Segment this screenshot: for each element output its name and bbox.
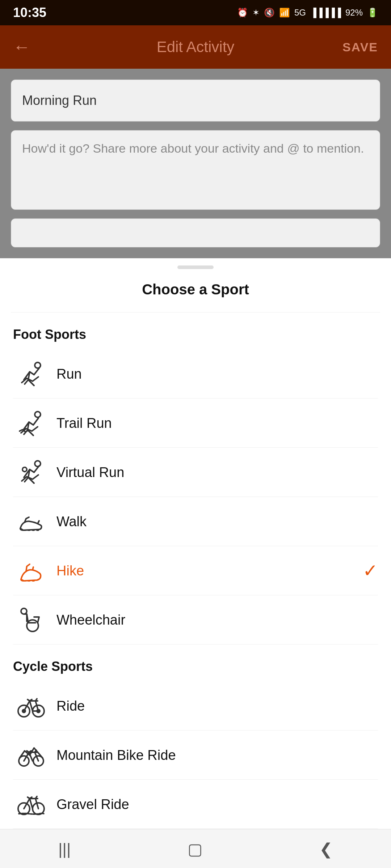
selected-checkmark: ✓ [363,560,378,581]
network-5g: 5G [294,8,306,18]
sport-item-virtual-run[interactable]: Virtual Run [0,448,391,497]
wifi-icon: 📶 [279,8,290,18]
run-icon [13,359,49,388]
status-bar: 10:35 ⏰ ✶ 🔇 📶 5G ▐▐▐▐▐ 92% 🔋 [0,0,391,25]
bluetooth-icon: ✶ [252,8,260,18]
battery-icon: 🔋 [367,8,378,18]
sport-picker-sheet: Choose a Sport Foot Sports Run [0,258,391,829]
walk-label: Walk [56,514,87,529]
gravel-ride-label: Gravel Ride [56,797,129,812]
ride-label: Ride [56,698,85,714]
battery-label: 92% [345,8,363,18]
sport-item-mountain-bike-ride[interactable]: Mountain Bike Ride [0,731,391,780]
nav-recents-button[interactable]: ||| [58,840,71,858]
svg-point-16 [37,710,40,712]
sheet-title: Choose a Sport [0,273,391,312]
svg-point-1 [35,412,41,417]
activity-name-field[interactable]: Morning Run [11,80,380,122]
virtual-run-label: Virtual Run [56,465,124,480]
back-button[interactable]: ← [13,38,30,56]
svg-point-0 [35,362,41,368]
trail-run-icon [13,409,49,438]
svg-point-13 [21,608,27,614]
hike-icon [13,556,49,585]
sport-item-ride[interactable]: Ride [0,681,391,731]
top-app-bar: ← Edit Activity SAVE [0,25,391,69]
page-title: Edit Activity [157,38,235,56]
nav-bar: ||| ▢ ❮ [0,829,391,868]
trail-run-label: Trail Run [56,416,112,431]
form-background: Morning Run How'd it go? Share more abou… [0,69,391,258]
ride-icon [13,692,49,720]
hike-label: Hike [56,563,84,579]
virtual-run-icon [13,458,49,487]
sheet-handle-area [0,258,391,273]
nav-home-button[interactable]: ▢ [188,840,203,858]
save-button[interactable]: SAVE [342,40,378,54]
sport-item-run[interactable]: Run [0,349,391,399]
signal-icon: ▐▐▐▐▐ [310,8,341,18]
gravel-ride-icon [13,790,49,819]
mute-icon: 🔇 [264,8,275,18]
section-cycle-sports: Cycle Sports [0,644,391,681]
run-label: Run [56,366,82,382]
section-foot-sports: Foot Sports [0,312,391,349]
mountain-bike-label: Mountain Bike Ride [56,748,176,763]
mountain-bike-icon [13,741,49,770]
nav-back-button[interactable]: ❮ [319,840,333,858]
extra-field [11,218,380,247]
sport-item-gravel-ride[interactable]: Gravel Ride [0,780,391,829]
status-time: 10:35 [13,5,46,20]
sport-item-hike[interactable]: Hike ✓ [0,546,391,595]
sport-item-walk[interactable]: Walk [0,497,391,546]
sport-item-wheelchair[interactable]: Wheelchair [0,595,391,644]
status-icons: ⏰ ✶ 🔇 📶 5G ▐▐▐▐▐ 92% 🔋 [237,8,378,18]
svg-point-3 [22,467,27,472]
walk-icon [13,507,49,536]
alarm-icon: ⏰ [237,8,248,18]
sport-item-trail-run[interactable]: Trail Run [0,399,391,448]
svg-point-17 [22,710,25,712]
sheet-handle [177,265,214,269]
wheelchair-icon [13,605,49,634]
wheelchair-label: Wheelchair [56,612,125,628]
description-field[interactable]: How'd it go? Share more about your activ… [11,130,380,210]
